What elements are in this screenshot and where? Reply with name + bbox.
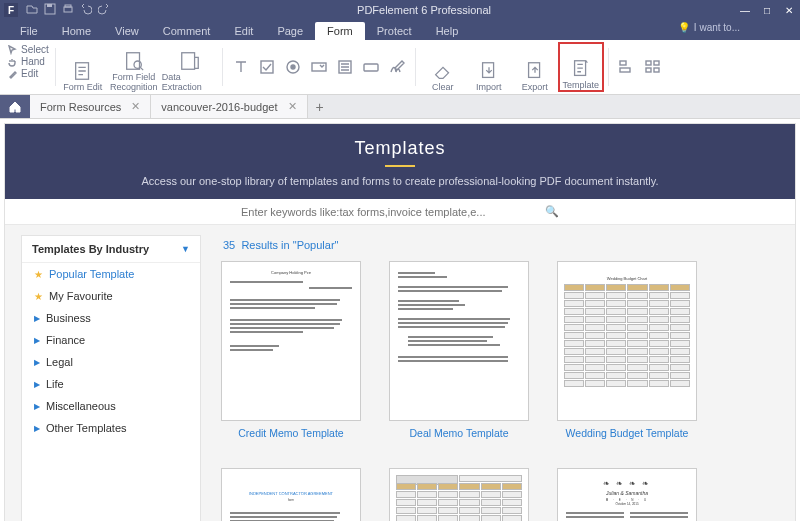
- menu-page[interactable]: Page: [265, 22, 315, 40]
- template-card[interactable]: Wedding Budget Chart: [557, 261, 697, 440]
- template-card[interactable]: Company Holding Pce Credit Memo Template: [221, 261, 361, 440]
- app-logo-icon: F: [4, 3, 18, 17]
- align-icon[interactable]: [617, 57, 637, 77]
- sidebar-item-label: Miscellaneous: [46, 400, 116, 412]
- sidebar-item-finance[interactable]: ▶Finance: [22, 329, 200, 351]
- add-tab-button[interactable]: +: [308, 95, 332, 118]
- svg-point-10: [291, 65, 295, 69]
- edit-tool[interactable]: Edit: [8, 68, 49, 79]
- doc-tab-form-resources[interactable]: Form Resources ✕: [30, 95, 151, 118]
- template-card[interactable]: ❧ ❧ ❧ ❧ Julian & Samantha M · E · N · U …: [557, 468, 697, 521]
- home-icon: [8, 100, 22, 114]
- select-tool[interactable]: Select: [8, 44, 49, 55]
- form-field-recognition-label: Form Field Recognition: [110, 72, 158, 92]
- sidebar-item-life[interactable]: ▶Life: [22, 373, 200, 395]
- svg-rect-21: [646, 68, 651, 72]
- template-thumbnail: INDEPENDENT CONTRACTOR AGREEMENT form: [221, 468, 361, 521]
- select-label: Select: [21, 44, 49, 55]
- svg-rect-2: [64, 7, 72, 12]
- undo-icon[interactable]: [80, 3, 92, 17]
- data-extraction-button[interactable]: Data Extraction: [162, 42, 218, 92]
- form-edit-icon: [72, 60, 94, 82]
- hand-tool[interactable]: Hand: [8, 56, 49, 67]
- template-card[interactable]: INDEPENDENT CONTRACTOR AGREEMENT form: [221, 468, 361, 521]
- decorative-flourish: ❧ ❧ ❧ ❧: [566, 479, 688, 488]
- menu-home[interactable]: Home: [50, 22, 103, 40]
- checkbox-icon[interactable]: [257, 57, 277, 77]
- ribbon-form: Select Hand Edit Form Edit Form Field Re…: [0, 40, 800, 95]
- data-extraction-label: Data Extraction: [162, 72, 218, 92]
- minimize-button[interactable]: —: [738, 5, 752, 16]
- svg-rect-17: [620, 61, 626, 65]
- document-tabs: Form Resources ✕ vancouver-2016-budget ✕…: [0, 95, 800, 119]
- signature-icon[interactable]: [387, 57, 407, 77]
- search-bar: 🔍: [5, 199, 795, 225]
- svg-point-6: [134, 61, 141, 68]
- export-button[interactable]: Export: [512, 42, 558, 92]
- open-icon[interactable]: [26, 3, 38, 17]
- caret-right-icon: ▶: [34, 358, 40, 367]
- button-field-icon[interactable]: [361, 57, 381, 77]
- menu-view[interactable]: View: [103, 22, 151, 40]
- star-icon: ★: [34, 269, 43, 280]
- distribute-icon[interactable]: [643, 57, 663, 77]
- template-card[interactable]: Deal Memo Template: [389, 261, 529, 440]
- print-icon[interactable]: [62, 3, 74, 17]
- save-icon[interactable]: [44, 3, 56, 17]
- import-icon: [478, 60, 500, 82]
- menu-help[interactable]: Help: [424, 22, 471, 40]
- sidebar-heading[interactable]: Templates By Industry ▼: [22, 236, 200, 263]
- home-tab[interactable]: [0, 95, 30, 118]
- menu-protect[interactable]: Protect: [365, 22, 424, 40]
- sidebar-item-miscellaneous[interactable]: ▶Miscellaneous: [22, 395, 200, 417]
- redo-icon[interactable]: [98, 3, 110, 17]
- sidebar-item-other[interactable]: ▶Other Templates: [22, 417, 200, 439]
- caret-right-icon: ▶: [34, 424, 40, 433]
- import-button[interactable]: Import: [466, 42, 512, 92]
- svg-rect-22: [654, 68, 659, 72]
- text-field-icon[interactable]: [231, 57, 251, 77]
- export-icon: [524, 60, 546, 82]
- results-heading: 35 Results in "Popular": [223, 239, 779, 251]
- form-edit-button[interactable]: Form Edit: [60, 42, 106, 92]
- menu-form[interactable]: Form: [315, 22, 365, 40]
- svg-rect-15: [528, 63, 539, 78]
- close-button[interactable]: ✕: [782, 5, 796, 16]
- sidebar-item-business[interactable]: ▶Business: [22, 307, 200, 329]
- radio-icon[interactable]: [283, 57, 303, 77]
- window-title: PDFelement 6 Professional: [110, 4, 738, 16]
- svg-rect-11: [312, 63, 326, 71]
- menu-file[interactable]: File: [8, 22, 50, 40]
- eraser-icon: [432, 60, 454, 82]
- listbox-icon[interactable]: [335, 57, 355, 77]
- close-tab-icon[interactable]: ✕: [288, 100, 297, 113]
- sidebar-item-favourite[interactable]: ★My Favourite: [22, 285, 200, 307]
- search-input[interactable]: [241, 206, 541, 218]
- sidebar-item-legal[interactable]: ▶Legal: [22, 351, 200, 373]
- svg-rect-8: [261, 61, 273, 73]
- doc-tab-label: vancouver-2016-budget: [161, 101, 277, 113]
- form-edit-label: Form Edit: [63, 82, 102, 92]
- doc-tab-label: Form Resources: [40, 101, 121, 113]
- sidebar-item-popular[interactable]: ★Popular Template: [22, 263, 200, 285]
- export-label: Export: [522, 82, 548, 92]
- sidebar-item-label: Life: [46, 378, 64, 390]
- title-underline: [385, 165, 415, 167]
- clear-button[interactable]: Clear: [420, 42, 466, 92]
- import-label: Import: [476, 82, 502, 92]
- doc-tab-vancouver-budget[interactable]: vancouver-2016-budget ✕: [151, 95, 307, 118]
- maximize-button[interactable]: □: [760, 5, 774, 16]
- form-field-recognition-button[interactable]: Form Field Recognition: [106, 42, 162, 92]
- template-thumbnail: Wedding Budget Chart: [557, 261, 697, 421]
- close-tab-icon[interactable]: ✕: [131, 100, 140, 113]
- search-icon[interactable]: 🔍: [545, 205, 559, 218]
- i-want-to[interactable]: 💡 I want to...: [678, 22, 740, 33]
- template-button[interactable]: Template: [558, 42, 604, 92]
- template-card[interactable]: [389, 468, 529, 521]
- dropdown-icon[interactable]: [309, 57, 329, 77]
- svg-rect-18: [620, 68, 630, 72]
- svg-rect-7: [182, 53, 195, 70]
- menu-comment[interactable]: Comment: [151, 22, 223, 40]
- menu-edit[interactable]: Edit: [222, 22, 265, 40]
- template-label: Template: [563, 80, 600, 90]
